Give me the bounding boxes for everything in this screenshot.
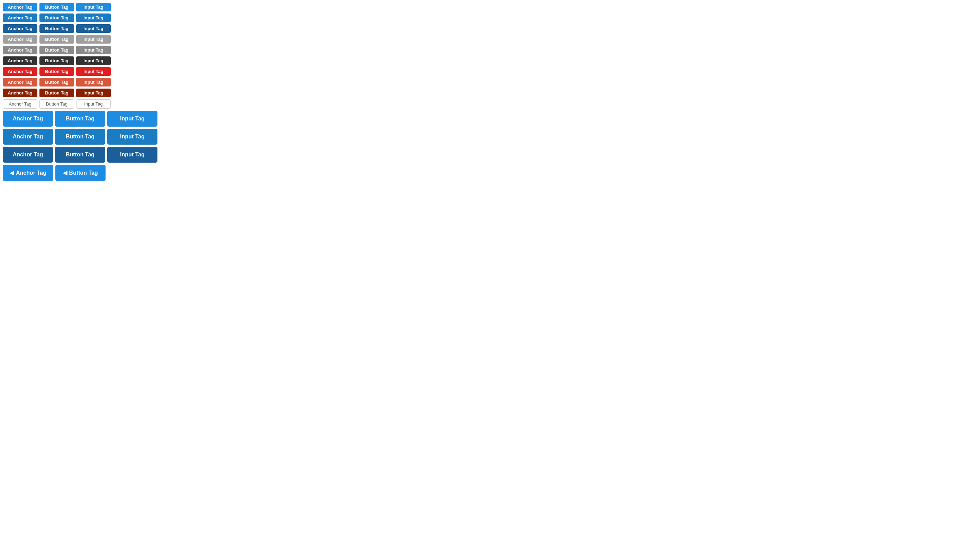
button-row-row8: Anchor TagButton TagInput Tag	[3, 78, 977, 87]
row2-input-button[interactable]: Input Tag	[76, 13, 111, 22]
row13-button-button[interactable]: Button Tag	[55, 147, 105, 163]
row12-button-button[interactable]: Button Tag	[55, 129, 105, 144]
row6-button-button[interactable]: Button Tag	[39, 56, 74, 65]
row1-input-button[interactable]: Input Tag	[76, 3, 111, 11]
button-row-row3: Anchor TagButton TagInput Tag	[3, 24, 977, 33]
row5-anchor-button[interactable]: Anchor Tag	[3, 46, 37, 55]
button-row-row10: Anchor TagButton TagInput Tag	[3, 99, 977, 109]
row12-input-button[interactable]: Input Tag	[107, 129, 157, 144]
row5-input-button[interactable]: Input Tag	[76, 46, 111, 55]
row8-button-button[interactable]: Button Tag	[39, 78, 74, 87]
row11-button-button[interactable]: Button Tag	[55, 111, 105, 127]
row5-button-button[interactable]: Button Tag	[39, 46, 74, 55]
row6-anchor-button[interactable]: Anchor Tag	[3, 56, 37, 65]
row8-input-button[interactable]: Input Tag	[76, 78, 111, 87]
row7-anchor-button[interactable]: Anchor Tag	[3, 67, 37, 76]
row3-input-button[interactable]: Input Tag	[76, 24, 111, 33]
row13-anchor-button[interactable]: Anchor Tag	[3, 147, 53, 163]
button-row-row13: Anchor TagButton TagInput Tag	[3, 147, 977, 163]
row10-button-button[interactable]: Button Tag	[39, 99, 74, 109]
row11-anchor-button[interactable]: Anchor Tag	[3, 111, 53, 127]
row13-input-button[interactable]: Input Tag	[107, 147, 157, 163]
row14-anchor-button[interactable]: ◀Anchor Tag	[3, 165, 53, 181]
button-row-row4: Anchor TagButton TagInput Tag	[3, 35, 977, 43]
row7-input-button[interactable]: Input Tag	[76, 67, 111, 76]
button-row-row6: Anchor TagButton TagInput Tag	[3, 56, 977, 65]
row2-anchor-button[interactable]: Anchor Tag	[3, 13, 37, 22]
row6-input-button[interactable]: Input Tag	[76, 56, 111, 65]
row8-anchor-button[interactable]: Anchor Tag	[3, 78, 37, 87]
row3-button-button[interactable]: Button Tag	[39, 24, 74, 33]
row1-button-button[interactable]: Button Tag	[39, 3, 74, 11]
row4-anchor-button[interactable]: Anchor Tag	[3, 35, 37, 43]
arrow-icon: ◀	[63, 170, 67, 176]
button-row-row2: Anchor TagButton TagInput Tag	[3, 13, 977, 22]
row4-button-button[interactable]: Button Tag	[39, 35, 74, 43]
row9-input-button[interactable]: Input Tag	[76, 88, 111, 97]
button-row-row7: Anchor TagButton TagInput Tag	[3, 67, 977, 76]
row3-anchor-button[interactable]: Anchor Tag	[3, 24, 37, 33]
button-row-row1: Anchor TagButton TagInput Tag	[3, 3, 977, 11]
row11-input-button[interactable]: Input Tag	[107, 111, 157, 127]
row9-anchor-button[interactable]: Anchor Tag	[3, 88, 37, 97]
row1-anchor-button[interactable]: Anchor Tag	[3, 3, 37, 11]
row9-button-button[interactable]: Button Tag	[39, 88, 74, 97]
row10-anchor-button[interactable]: Anchor Tag	[3, 99, 37, 109]
row2-button-button[interactable]: Button Tag	[39, 13, 74, 22]
button-row-row5: Anchor TagButton TagInput Tag	[3, 46, 977, 55]
arrow-icon: ◀	[10, 170, 14, 176]
row4-input-button[interactable]: Input Tag	[76, 35, 111, 43]
row14-button-button[interactable]: ◀Button Tag	[55, 165, 106, 181]
button-row-row9: Anchor TagButton TagInput Tag	[3, 88, 977, 97]
row12-anchor-button[interactable]: Anchor Tag	[3, 129, 53, 144]
button-row-row11: Anchor TagButton TagInput Tag	[3, 111, 977, 127]
button-row-row14: ◀Anchor Tag◀Button Tag	[3, 165, 977, 181]
button-row-row12: Anchor TagButton TagInput Tag	[3, 129, 977, 144]
row10-input-button[interactable]: Input Tag	[76, 99, 111, 109]
row7-button-button[interactable]: Button Tag	[39, 67, 74, 76]
